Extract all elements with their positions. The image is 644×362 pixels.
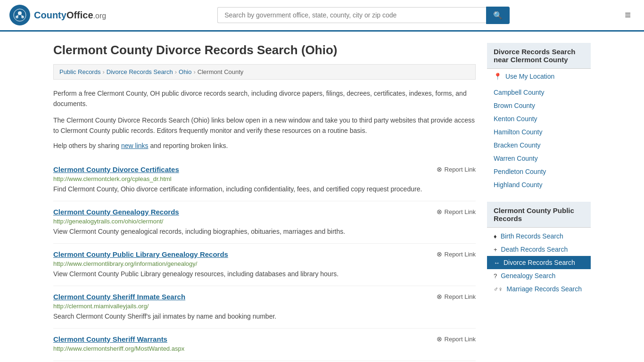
content-area: Clermont County Divorce Records Search (… — [53, 43, 476, 361]
nearby-county-item: Kenton County — [487, 112, 591, 125]
pub-record-link-4[interactable]: Marriage Records Search — [507, 285, 582, 293]
report-link-0[interactable]: ⊗ Report Link — [437, 165, 476, 173]
public-records-list: ♦ Birth Records Search + Death Records S… — [487, 228, 591, 297]
nearby-county-item: Highland County — [487, 178, 591, 191]
nearby-county-link-7[interactable]: Highland County — [494, 181, 543, 189]
rec-icon-1: + — [494, 246, 497, 253]
pub-record-item[interactable]: ↔ Divorce Records Search — [487, 256, 591, 269]
public-records-section: Clermont County Public Records ♦ Birth R… — [487, 202, 591, 297]
report-icon-3: ⊗ — [437, 293, 442, 300]
nearby-county-item: Campbell County — [487, 86, 591, 99]
report-icon-4: ⊗ — [437, 335, 442, 343]
result-title-3[interactable]: Clermont County Sheriff Inmate Search — [53, 293, 185, 301]
nearby-county-item: Brown County — [487, 99, 591, 112]
breadcrumb-link-public-records[interactable]: Public Records — [59, 68, 100, 75]
logo-text: CountyOffice.org — [34, 10, 106, 21]
nearby-section: Divorce Records Search near Clermont Cou… — [487, 43, 591, 193]
results-list: Clermont County Divorce Certificates ⊗ R… — [53, 159, 476, 361]
pub-record-link-2[interactable]: Divorce Records Search — [504, 259, 575, 266]
nearby-county-link-3[interactable]: Hamilton County — [494, 128, 543, 136]
nearby-county-link-5[interactable]: Warren County — [494, 155, 538, 162]
report-link-2[interactable]: ⊗ Report Link — [437, 250, 476, 258]
pin-icon: 📍 — [494, 73, 502, 80]
result-item: Clermont County Genealogy Records ⊗ Repo… — [53, 201, 476, 244]
search-input[interactable] — [217, 7, 486, 23]
pub-record-item[interactable]: + Death Records Search — [487, 243, 591, 256]
nearby-county-link-2[interactable]: Kenton County — [494, 115, 537, 123]
nearby-county-item: Bracken County — [487, 139, 591, 152]
report-link-3[interactable]: ⊗ Report Link — [437, 293, 476, 300]
rec-icon-3: ? — [494, 272, 497, 280]
result-url-0[interactable]: http://www.clermontclerk.org/cpleas_dr.h… — [53, 175, 476, 182]
svg-point-1 — [18, 11, 22, 15]
pub-record-link-3[interactable]: Genealogy Search — [501, 272, 555, 280]
page-title: Clermont County Divorce Records Search (… — [53, 43, 476, 58]
logo-area: CountyOffice.org — [9, 5, 106, 25]
breadcrumb-current: Clermont County — [198, 68, 244, 75]
result-item: Clermont County Divorce Certificates ⊗ R… — [53, 159, 476, 201]
pub-record-link-0[interactable]: Birth Records Search — [501, 232, 563, 240]
nearby-county-link-4[interactable]: Bracken County — [494, 141, 541, 149]
report-link-1[interactable]: ⊗ Report Link — [437, 208, 476, 215]
result-title-4[interactable]: Clermont County Sheriff Warrants — [53, 335, 167, 343]
result-item: Clermont County Sheriff Warrants ⊗ Repor… — [53, 329, 476, 361]
report-icon-0: ⊗ — [437, 165, 442, 173]
nearby-county-link-0[interactable]: Campbell County — [494, 89, 544, 96]
result-desc-0: Find Clermont County, Ohio divorce certi… — [53, 184, 476, 194]
nearby-header: Divorce Records Search near Clermont Cou… — [487, 43, 591, 69]
help-text: Help others by sharing new links and rep… — [53, 142, 476, 149]
result-url-3[interactable]: http://clermont.miamivalleyjails.org/ — [53, 303, 476, 310]
result-desc-3: Search Clermont County Sheriff's jail in… — [53, 312, 476, 321]
pub-record-item[interactable]: ♂♀ Marriage Records Search — [487, 282, 591, 296]
rec-icon-4: ♂♀ — [494, 286, 503, 293]
header: CountyOffice.org 🔍 ≡ — [0, 0, 644, 32]
description-2: The Clermont County Divorce Records Sear… — [53, 115, 476, 136]
result-title-1[interactable]: Clermont County Genealogy Records — [53, 208, 179, 216]
rec-icon-0: ♦ — [494, 233, 497, 240]
result-url-4[interactable]: http://www.clermontsheriff.org/MostWante… — [53, 345, 476, 352]
report-icon-2: ⊗ — [437, 250, 442, 258]
result-url-2[interactable]: http://www.clermontlibrary.org/informati… — [53, 260, 476, 267]
menu-button[interactable]: ≡ — [621, 7, 635, 23]
use-location-link[interactable]: Use My Location — [505, 73, 554, 80]
description-1: Perform a free Clermont County, OH publi… — [53, 88, 476, 109]
breadcrumb-link-ohio[interactable]: Ohio — [179, 68, 191, 75]
report-icon-1: ⊗ — [437, 208, 442, 215]
nearby-county-link-1[interactable]: Brown County — [494, 102, 535, 109]
nearby-counties-list: Campbell CountyBrown CountyKenton County… — [487, 84, 591, 193]
new-links-link[interactable]: new links — [121, 142, 149, 149]
use-location-button[interactable]: 📍 Use My Location — [487, 69, 591, 84]
pub-record-item[interactable]: ♦ Birth Records Search — [487, 230, 591, 243]
logo-icon — [9, 5, 30, 25]
nearby-county-item: Pendleton County — [487, 165, 591, 178]
result-desc-2: View Clermont County Public Library gene… — [53, 269, 476, 279]
report-link-4[interactable]: ⊗ Report Link — [437, 335, 476, 343]
result-item: Clermont County Sheriff Inmate Search ⊗ … — [53, 286, 476, 329]
breadcrumb: Public Records › Divorce Records Search … — [53, 64, 476, 80]
sidebar: Divorce Records Search near Clermont Cou… — [487, 43, 591, 361]
result-desc-1: View Clermont County genealogical record… — [53, 227, 476, 237]
search-button[interactable]: 🔍 — [486, 7, 510, 24]
result-url-1[interactable]: http://genealogytrails.com/ohio/clermont… — [53, 218, 476, 225]
nearby-county-item: Warren County — [487, 152, 591, 165]
nearby-county-item: Hamilton County — [487, 125, 591, 139]
pub-record-link-1[interactable]: Death Records Search — [501, 246, 568, 253]
result-title-2[interactable]: Clermont County Public Library Genealogy… — [53, 250, 228, 258]
rec-icon-2: ↔ — [494, 259, 500, 266]
breadcrumb-link-divorce-records[interactable]: Divorce Records Search — [107, 68, 173, 75]
public-records-header: Clermont County Public Records — [487, 202, 591, 228]
pub-record-item[interactable]: ? Genealogy Search — [487, 269, 591, 282]
search-area: 🔍 — [217, 7, 510, 24]
result-item: Clermont County Public Library Genealogy… — [53, 244, 476, 286]
main-container: Clermont County Divorce Records Search (… — [44, 32, 600, 362]
result-title-0[interactable]: Clermont County Divorce Certificates — [53, 165, 179, 173]
nearby-county-link-6[interactable]: Pendleton County — [494, 168, 546, 175]
